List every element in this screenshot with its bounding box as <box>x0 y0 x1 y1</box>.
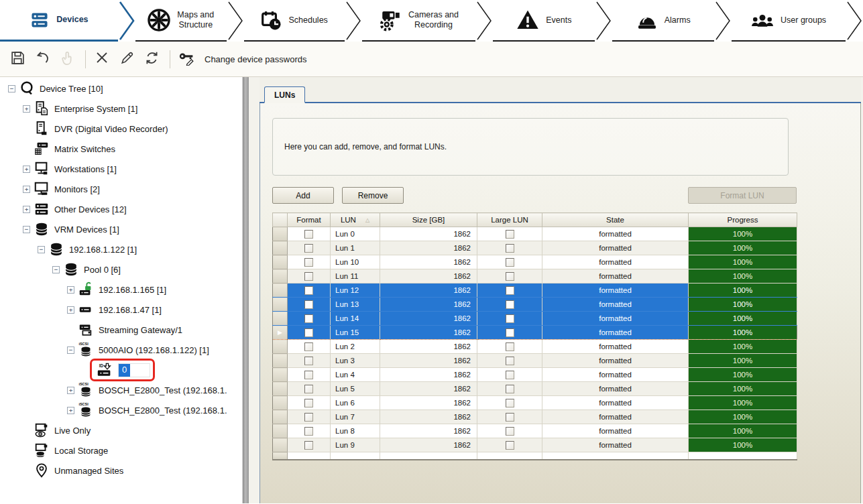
large-lun-checkbox[interactable] <box>506 314 514 323</box>
tree-expand-toggle[interactable]: + <box>23 166 30 173</box>
tree-node-vrm-devices-1[interactable]: −VRM Devices [1] <box>0 219 242 239</box>
lun-row[interactable]: Lun 81862formatted100% <box>273 424 797 438</box>
format-checkbox[interactable] <box>304 399 313 407</box>
tree-collapse-toggle[interactable]: − <box>8 85 15 92</box>
tree-node-192-168-1-122-1[interactable]: −192.168.1.122 [1] <box>0 239 242 259</box>
lun-row[interactable]: Lun 61862formatted100% <box>273 396 797 410</box>
lun-row[interactable]: Lun 01862formatted100% <box>273 227 797 241</box>
interact-button[interactable] <box>58 50 76 68</box>
lun-row[interactable]: Lun 71862formatted100% <box>273 410 797 424</box>
tree-node-192-168-1-47-1[interactable]: +192.168.1.47 [1] <box>0 300 242 320</box>
large-lun-checkbox[interactable] <box>506 328 514 337</box>
tree-node-192-168-1-165-1[interactable]: +192.168.1.165 [1] <box>0 279 242 300</box>
column-header-state[interactable]: State <box>542 213 689 227</box>
format-checkbox[interactable] <box>304 244 313 253</box>
large-lun-checkbox[interactable] <box>506 230 514 239</box>
tree-expand-toggle[interactable]: + <box>23 105 30 113</box>
format-checkbox[interactable] <box>304 328 313 337</box>
large-lun-checkbox[interactable] <box>506 413 514 422</box>
lun-row[interactable]: Lun 101862formatted100% <box>273 255 797 269</box>
lun-row[interactable]: Lun 91862formatted100% <box>273 438 797 452</box>
tree-node-5000aio-192-168-1-122-1[interactable]: −iSCSI5000AIO (192.168.1.122) [1] <box>0 340 242 360</box>
nav-tab-cameras-and-recording[interactable]: Cameras and Recording <box>362 0 476 42</box>
format-checkbox[interactable] <box>304 385 313 393</box>
tree-node-local-storage[interactable]: Local Storage <box>0 440 242 460</box>
format-checkbox[interactable] <box>304 272 313 281</box>
lun-row[interactable]: Lun 121862formatted100% <box>273 284 797 298</box>
lun-row[interactable]: Lun 131862formatted100% <box>273 298 797 312</box>
row-selector[interactable] <box>273 438 288 452</box>
format-checkbox[interactable] <box>304 427 313 436</box>
nav-tab-devices[interactable]: Devices <box>0 0 118 42</box>
lun-row[interactable]: Lun 11862formatted100% <box>273 241 797 255</box>
large-lun-checkbox[interactable] <box>506 371 514 379</box>
panel-splitter[interactable] <box>243 77 249 503</box>
tree-node-dvr-digital-video-recorder[interactable]: DVR (Digital Video Recorder) <box>0 119 242 139</box>
format-checkbox[interactable] <box>304 314 313 323</box>
refresh-button[interactable] <box>142 50 161 68</box>
tree-node-lun-edit[interactable]: ID0 <box>0 360 242 380</box>
tree-node-unmanaged-sites[interactable]: Unmanaged Sites <box>0 460 242 481</box>
tree-expand-toggle[interactable]: + <box>67 407 74 414</box>
row-selector[interactable] <box>273 382 288 396</box>
format-checkbox[interactable] <box>304 357 313 365</box>
lun-row[interactable]: Lun 51862formatted100% <box>273 382 797 396</box>
tree-node-bosch-e2800-test-192-168-1[interactable]: +iSCSIBOSCH_E2800_Test (192.168.1. <box>0 400 242 420</box>
tree-expand-toggle[interactable]: + <box>67 286 74 294</box>
row-selector[interactable] <box>273 312 288 326</box>
remove-button[interactable]: Remove <box>342 187 404 204</box>
nav-tab-events[interactable]: Events <box>493 0 595 42</box>
row-selector[interactable] <box>273 298 288 312</box>
tree-node-device-tree-10[interactable]: −Device Tree [10] <box>0 78 242 99</box>
nav-tab-maps-and-structure[interactable]: Maps and Structure <box>135 0 227 42</box>
large-lun-checkbox[interactable] <box>506 258 514 267</box>
tree-expand-toggle[interactable]: + <box>67 387 74 394</box>
delete-button[interactable] <box>93 50 111 68</box>
tree-expand-toggle[interactable]: + <box>67 306 74 314</box>
row-selector[interactable] <box>273 284 288 298</box>
large-lun-checkbox[interactable] <box>506 342 514 351</box>
large-lun-checkbox[interactable] <box>506 399 514 407</box>
format-checkbox[interactable] <box>304 300 313 309</box>
column-header-size-gb[interactable]: Size [GB] <box>380 213 477 227</box>
add-button[interactable]: Add <box>272 187 334 204</box>
lun-row[interactable]: Lun 41862formatted100% <box>273 368 797 382</box>
row-selector[interactable] <box>273 269 288 284</box>
row-selector[interactable] <box>273 410 288 424</box>
row-selector[interactable] <box>273 368 288 382</box>
nav-tab-schedules[interactable]: Schedules <box>244 0 345 42</box>
column-header-progress[interactable]: Progress <box>689 213 797 227</box>
row-selector[interactable] <box>273 396 288 410</box>
lun-row[interactable]: Lun 21862formatted100% <box>273 340 797 354</box>
tree-collapse-toggle[interactable]: − <box>52 266 60 273</box>
large-lun-checkbox[interactable] <box>506 427 514 436</box>
tree-edit-input[interactable]: 0 <box>118 363 150 377</box>
format-checkbox[interactable] <box>304 371 313 379</box>
row-selector[interactable] <box>273 227 288 241</box>
row-selector[interactable] <box>273 424 288 438</box>
format-checkbox[interactable] <box>304 230 313 239</box>
tree-expand-toggle[interactable]: + <box>23 186 30 193</box>
format-checkbox[interactable] <box>304 258 313 267</box>
row-selector-header[interactable] <box>273 213 288 227</box>
tree-node-matrix-switches[interactable]: Matrix Switches <box>0 139 242 159</box>
large-lun-checkbox[interactable] <box>506 286 514 295</box>
nav-tab-alarms[interactable]: Alarms <box>612 0 714 42</box>
tree-node-monitors-2[interactable]: +Monitors [2] <box>0 179 242 199</box>
tree-node-pool-0-6[interactable]: −Pool 0 [6] <box>0 259 242 279</box>
nav-tab-user-groups[interactable]: User groups <box>732 0 846 42</box>
lun-row[interactable]: ▶Lun 151862formatted100% <box>273 326 797 340</box>
save-button[interactable] <box>8 50 27 68</box>
lun-row[interactable]: Lun 31862formatted100% <box>273 354 797 368</box>
lun-row[interactable]: Lun 141862formatted100% <box>273 312 797 326</box>
tree-node-workstations-1[interactable]: +Workstations [1] <box>0 159 242 179</box>
large-lun-checkbox[interactable] <box>506 385 514 393</box>
large-lun-checkbox[interactable] <box>506 244 514 253</box>
format-checkbox[interactable] <box>304 413 313 422</box>
tree-node-other-devices-12[interactable]: +Other Devices [12] <box>0 199 242 219</box>
tab-luns[interactable]: LUNs <box>264 86 305 103</box>
undo-button[interactable] <box>33 50 52 68</box>
tree-node-enterprise-system-1[interactable]: +Enterprise System [1] <box>0 99 242 119</box>
column-header-lun[interactable]: LUN△ <box>331 213 380 227</box>
large-lun-checkbox[interactable] <box>506 441 514 450</box>
